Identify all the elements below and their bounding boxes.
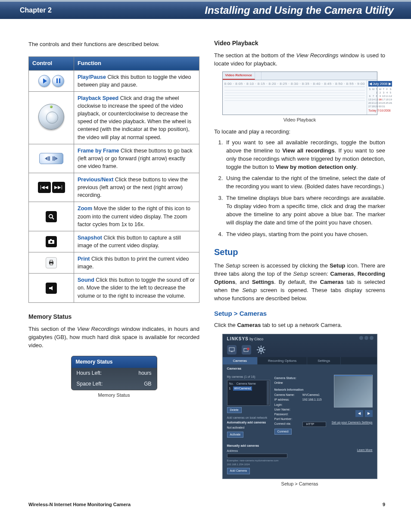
add-camera-button: Add Camera: [227, 468, 250, 474]
vp-tab: [255, 72, 262, 80]
func-desc: Click this button to toggle the sound of…: [78, 277, 195, 299]
func-desc: Click and drag the wheel clockwise to in…: [78, 95, 191, 140]
func-name: Print: [78, 256, 90, 262]
tab-settings: Settings: [307, 357, 341, 365]
app-brand: LINKSYS by Cisco: [227, 336, 373, 342]
mycams-label: My cameras (1 of 16): [227, 375, 270, 379]
func-name: Playback Speed: [78, 95, 118, 101]
left-column: The controls and their functions are des…: [28, 39, 199, 487]
wheel-icon: [38, 104, 64, 130]
connect-button: Connect: [274, 429, 292, 435]
memory-status-heading: Memory Status: [28, 312, 199, 321]
memory-status-para: This section of the View Recordings wind…: [28, 325, 199, 350]
func-name: Play/Pause: [78, 74, 106, 80]
locate-intro: To locate and play a recording:: [214, 128, 385, 136]
step-1: If you want to see all available recordi…: [224, 139, 385, 171]
auto-value: Not activated: [227, 426, 270, 430]
zoom-icon: [46, 211, 57, 222]
svg-rect-7: [50, 263, 53, 265]
calendar-today: Today 7/16/2008: [368, 109, 392, 113]
status-label: Camera Status:: [274, 376, 326, 380]
step-2: Using the calendar to the right of the t…: [224, 174, 385, 191]
chapter-label: Chapter 2: [20, 6, 52, 14]
controls-table: Control Function Play/Pause Click this b…: [28, 56, 199, 303]
auto-label: Add cameras on local network: [227, 416, 270, 420]
memory-caption: Memory Status: [28, 392, 199, 399]
setup-heading: Setup: [214, 246, 385, 258]
sound-icon: [46, 283, 57, 294]
monitor-icon: [227, 345, 237, 355]
snapshot-icon: [46, 236, 57, 247]
th-function: Function: [74, 56, 199, 70]
space-left-unit: GB: [144, 380, 151, 388]
intro-text: The controls and their functions are des…: [28, 40, 199, 49]
timeline-ticks: 8:00 · 8:05 · 8:10 · 8:15 · 8:20 · 8:25 …: [224, 81, 365, 87]
th-control: Control: [29, 56, 74, 70]
gear-icon: [256, 345, 266, 355]
vp-tab-active: Video Reference: [223, 72, 255, 80]
table-row: |◀◀ ▶▶| Previous/Next Click these button…: [29, 173, 199, 202]
table-row: Snapshot Click this button to capture a …: [29, 231, 199, 252]
svg-line-21: [263, 347, 264, 348]
banner-title: Installing and Using the Camera Utility: [205, 4, 394, 16]
netinfo-label: Network Information: [274, 388, 326, 392]
step-4: The video plays, starting from the point…: [224, 230, 385, 239]
example-text: Examples: new-camera.mydomainname.com 19…: [227, 459, 373, 466]
footer-left: Wireless-N Internet Home Monitoring Came…: [28, 502, 131, 507]
prevnext-icon: |◀◀ ▶▶|: [38, 182, 65, 193]
delete-button: Delete: [227, 407, 242, 413]
print-icon: [46, 257, 57, 268]
hours-left-label: Hours Left:: [77, 370, 102, 377]
next-cam-icon: ▶: [365, 410, 373, 417]
camera-preview: [334, 375, 373, 408]
activate-button: Activate: [227, 432, 244, 438]
camera-listbox: No. Camera Name 1 WVCamera1: [227, 380, 270, 406]
func-desc: Click this button to print the current v…: [78, 256, 189, 270]
svg-rect-4: [50, 239, 52, 240]
func-desc: Move the slider to the right of this ico…: [78, 205, 190, 227]
right-column: Video Playback The section at the bottom…: [214, 39, 385, 487]
video-playback-figure: Video Reference 8:00 · 8:05 · 8:10 · 8:1…: [222, 72, 377, 115]
setup-tabs: Cameras Recording Options Settings: [223, 357, 377, 365]
svg-line-19: [263, 352, 264, 353]
prev-cam-icon: ◀: [355, 410, 363, 417]
func-name: Frame by Frame: [78, 148, 119, 154]
table-row: Print Click this button to print the cur…: [29, 252, 199, 274]
svg-point-3: [50, 241, 53, 243]
func-name: Zoom: [78, 205, 92, 212]
space-left-label: Space Left:: [77, 380, 103, 388]
window-controls-icon: [359, 336, 374, 340]
calendar: ◀July 2008▶ SMTWTFS 12345 6789101112 131…: [367, 80, 393, 115]
svg-point-22: [260, 349, 262, 351]
advanced-link: Set up your Camera's Settings: [332, 420, 373, 425]
svg-rect-9: [229, 348, 234, 351]
learn-more-link: Learn More: [357, 448, 373, 452]
page-header: Chapter 2 Installing and Using the Camer…: [0, 0, 411, 19]
svg-line-20: [258, 352, 259, 353]
setup-cameras-heading: Setup > Cameras: [214, 309, 385, 318]
hours-left-unit: hours: [138, 370, 151, 377]
table-row: Zoom Move the slider to the right of thi…: [29, 202, 199, 231]
footer-page-number: 9: [383, 502, 385, 507]
func-name: Sound: [78, 277, 94, 283]
status-value: Online: [274, 381, 326, 385]
vp-caption: Video Playback: [214, 117, 385, 124]
tab-cameras: Cameras: [223, 357, 258, 365]
tab-recording-options: Recording Options: [258, 357, 307, 365]
page-footer: Wireless-N Internet Home Monitoring Came…: [0, 496, 411, 518]
setup-para: The Setup screen is accessed by clicking…: [214, 262, 385, 302]
svg-marker-8: [49, 286, 53, 290]
svg-point-0: [49, 215, 53, 218]
manual-label: Manually add cameras: [227, 444, 373, 448]
video-playback-para: The section at the bottom of the View Re…: [214, 52, 385, 68]
svg-rect-10: [231, 352, 233, 352]
svg-point-12: [247, 348, 249, 350]
page-body: The controls and their functions are des…: [0, 19, 411, 496]
setup-figure: LINKSYS by Cisco Cameras Recording Opt: [222, 334, 377, 479]
memory-box-title: Memory Status: [72, 356, 157, 368]
manual-sub: Address: [227, 449, 373, 453]
svg-line-1: [52, 218, 54, 219]
setup-cameras-para: Click the Cameras tab to set up a networ…: [214, 321, 385, 330]
recordings-icon: [242, 345, 251, 355]
table-row: Sound Click this button to toggle the so…: [29, 274, 199, 302]
